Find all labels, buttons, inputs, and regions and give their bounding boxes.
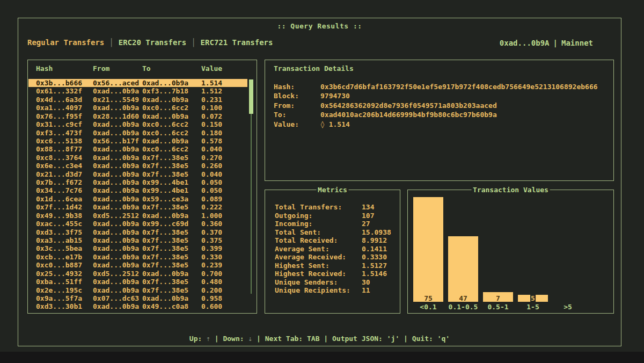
metric-highest-sent: Highest Sent:1.5127 bbox=[275, 262, 397, 270]
chart-bar-slot bbox=[553, 190, 583, 302]
cell-from: 0xad...0b9a bbox=[93, 129, 142, 137]
cell-from: 0xad...0b9a bbox=[93, 261, 142, 269]
cell-hash: 0xa3...ab15 bbox=[36, 236, 93, 244]
main-frame: :: Query Results :: Regular Transfers│ER… bbox=[18, 18, 621, 346]
cell-hash: 0xd3...30b1 bbox=[36, 302, 93, 310]
cell-from: 0xad...0b9a bbox=[93, 286, 142, 294]
status-key: 'q' bbox=[437, 335, 450, 343]
metric-value: 107 bbox=[362, 212, 374, 220]
table-row[interactable]: 0x4d...6a3d0x21...55490xad...0b9a0.231 bbox=[28, 96, 247, 104]
table-row[interactable]: 0xac...455c0xad...0b9a0x99...c69d0.360 bbox=[28, 220, 247, 228]
metric-value: 1.5146 bbox=[362, 270, 387, 278]
tab-erc721-transfers[interactable]: ERC721 Transfers bbox=[201, 38, 273, 47]
cell-hash: 0xcb...e17b bbox=[36, 253, 93, 261]
table-row[interactable]: 0xd3...3f750xad...0b9a0x7f...38e50.370 bbox=[28, 228, 247, 236]
table-row[interactable]: 0x49...9b380xd5...25120xad...0b9a1.000 bbox=[28, 212, 247, 220]
cell-from: 0xad...0b9a bbox=[93, 162, 142, 170]
table-row[interactable]: 0x88...8f770xad...0b9a0xc0...6cc20.040 bbox=[28, 145, 247, 153]
cell-value: 0.150 bbox=[201, 120, 247, 128]
status-bar: Up: ⇡ | Down: ⇣ | Next Tab: TAB | Output… bbox=[18, 335, 621, 343]
detail-value: 0xad4010ac206b14d66999b4bf9b80c6bc97b60b… bbox=[320, 110, 497, 119]
table-row[interactable]: 0xc0...b8870xad...0b9a0x7f...38e50.239 bbox=[28, 261, 247, 269]
cell-to: 0xad...0b9a bbox=[142, 96, 201, 104]
table-row[interactable]: 0x31...c9cf0xad...0b9a0xc0...6cc20.150 bbox=[28, 120, 247, 128]
column-header-from: From bbox=[93, 64, 142, 72]
cell-value: 0.180 bbox=[201, 129, 247, 137]
cell-from: 0x56...aced bbox=[93, 79, 142, 87]
table-row[interactable]: 0xc8...37640xad...0b9a0x7f...38e50.270 bbox=[28, 154, 247, 162]
cell-to: 0xad...0b9a bbox=[142, 112, 201, 120]
cell-hash: 0x6e...c3e4 bbox=[36, 162, 93, 170]
table-row[interactable]: 0x34...7c760xad...0b9a0x99...4be10.050 bbox=[28, 186, 247, 194]
cell-hash: 0xac...455c bbox=[36, 220, 93, 228]
detail-label: Block: bbox=[274, 91, 320, 100]
cell-to: 0x7f...38e5 bbox=[142, 162, 201, 170]
metric-total-received: Total Received:8.9912 bbox=[275, 236, 397, 245]
cell-value: 0.050 bbox=[201, 178, 247, 186]
cell-value: 0.100 bbox=[201, 104, 247, 112]
table-row[interactable]: 0xd3...30b10xad...0b9a0x49...c0a80.600 bbox=[28, 302, 247, 310]
cell-hash: 0x34...7c76 bbox=[36, 186, 93, 194]
table-row[interactable]: 0x1d...6cea0xad...0b9a0x59...ce3a0.089 bbox=[28, 195, 247, 203]
cell-from: 0xad...0b9a bbox=[93, 145, 142, 153]
table-row[interactable]: 0x61...332f0xad...0b9a0xf3...7b181.512 bbox=[28, 87, 247, 95]
cell-to: 0xc0...6cc2 bbox=[142, 145, 201, 153]
table-row[interactable]: 0x3c...5bea0xad...0b9a0x7f...38e50.399 bbox=[28, 244, 247, 252]
cell-from: 0xad...0b9a bbox=[93, 154, 142, 162]
table-row[interactable]: 0x25...49320xd5...25120xad...0b9a0.700 bbox=[28, 270, 247, 278]
cell-value: 0.040 bbox=[201, 170, 247, 178]
cell-to: 0xc0...6cc2 bbox=[142, 104, 201, 112]
tab-erc20-transfers[interactable]: ERC20 Transfers bbox=[119, 38, 186, 47]
transfers-table-panel: HashFromToValue 0x3b...b6660x56...aced0x… bbox=[27, 60, 257, 314]
cell-hash: 0x25...4932 bbox=[36, 270, 93, 278]
table-row[interactable]: 0x21...d3d70xad...0b9a0x7f...38e50.040 bbox=[28, 170, 247, 178]
cell-value: 0.222 bbox=[201, 203, 247, 211]
table-row[interactable]: 0xa3...ab150xad...0b9a0x7f...38e50.375 bbox=[28, 236, 247, 244]
detail-field-value: Value:◊ 1.514 bbox=[274, 120, 609, 129]
metric-value: 15.0938 bbox=[362, 228, 391, 237]
table-row[interactable]: 0x7b...f6720xad...0b9a0x99...4be10.050 bbox=[28, 178, 247, 186]
metric-label: Unique Senders: bbox=[275, 278, 362, 287]
metrics-panel: Metrics Total Transfers:134Outgoing:107I… bbox=[265, 190, 400, 314]
table-row[interactable]: 0x9a...5f7a0x07...dc630xad...0b9a0.958 bbox=[28, 294, 247, 302]
metric-value: 0.1411 bbox=[362, 245, 387, 253]
bar-value-label: 7 bbox=[496, 294, 500, 302]
metric-label: Average Received: bbox=[275, 253, 362, 262]
bar-value-label: 47 bbox=[459, 294, 467, 302]
cell-to: 0x7f...38e5 bbox=[142, 278, 201, 286]
bar bbox=[413, 197, 443, 302]
table-row[interactable]: 0x76...f95f0x28...1d600xad...0b9a0.072 bbox=[28, 112, 247, 120]
tab-separator: │ bbox=[186, 38, 200, 47]
metric-value: 134 bbox=[362, 203, 374, 212]
cell-from: 0xad...0b9a bbox=[93, 195, 142, 203]
cell-value: 0.072 bbox=[201, 112, 247, 120]
table-row[interactable]: 0xf3...473f0xad...0b9a0xc0...6cc20.180 bbox=[28, 129, 247, 137]
network-badge: Mainnet bbox=[561, 39, 593, 47]
table-row[interactable]: 0x7f...1d420xad...0b9a0x7f...38e50.222 bbox=[28, 203, 247, 211]
cell-hash: 0x31...c9cf bbox=[36, 120, 93, 128]
scrollbar-thumb[interactable] bbox=[249, 79, 253, 114]
cell-to: 0x99...4be1 bbox=[142, 178, 201, 186]
terminal-screen: :: Query Results :: Regular Transfers│ER… bbox=[0, 0, 644, 363]
tab-regular-transfers[interactable]: Regular Transfers bbox=[27, 38, 104, 47]
table-row[interactable]: 0x6e...c3e40xad...0b9a0x7f...38e50.260 bbox=[28, 162, 247, 170]
table-row[interactable]: 0xba...51ff0xad...0b9a0x7f...38e50.480 bbox=[28, 278, 247, 286]
table-row[interactable]: 0xa1...40970xad...0b9a0xc0...6cc20.100 bbox=[28, 104, 247, 112]
cell-from: 0xad...0b9a bbox=[93, 186, 142, 194]
metric-average-sent: Average Sent:0.1411 bbox=[275, 245, 397, 253]
cell-to: 0xc0...6cc2 bbox=[142, 120, 201, 128]
cell-to: 0x49...c0a8 bbox=[142, 302, 201, 310]
cell-value: 0.231 bbox=[201, 96, 247, 104]
table-row[interactable]: 0x3b...b6660x56...aced0xad...0b9a1.514 bbox=[28, 79, 247, 87]
table-row[interactable]: 0xc6...51380x56...b17f0xad...0b9a0.578 bbox=[28, 137, 247, 145]
cell-hash: 0x7f...1d42 bbox=[36, 203, 93, 211]
details-panel-title: Transaction Details bbox=[274, 64, 354, 72]
cell-hash: 0x2e...195c bbox=[36, 286, 93, 294]
column-header-hash: Hash bbox=[36, 64, 93, 72]
cell-to: 0xad...0b9a bbox=[142, 270, 201, 278]
table-row[interactable]: 0x2e...195c0xad...0b9a0x7f...38e50.200 bbox=[28, 286, 247, 294]
table-row[interactable]: 0xcb...e17b0xad...0b9a0x7f...38e50.330 bbox=[28, 253, 247, 261]
cell-from: 0x28...1d60 bbox=[93, 112, 142, 120]
cell-value: 0.330 bbox=[201, 253, 247, 261]
status-label-up: Up: bbox=[189, 335, 206, 343]
